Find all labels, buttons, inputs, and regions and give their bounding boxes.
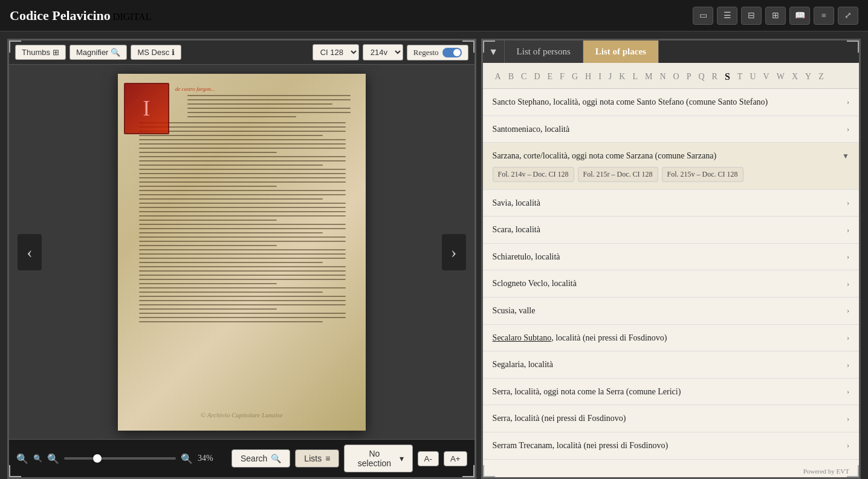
alphabet-index: ABCDEFGHIJKLMNOPQRSTUVWXYZ [483,63,859,89]
list-item-text-scara: Scara, località [493,224,540,236]
chevron-icon-sancto-stephano: › [847,97,849,107]
powered-by: Powered by EVT [803,468,849,475]
regesto-toggle[interactable]: Regesto [407,45,468,60]
grid-icon[interactable]: ⊞ [765,7,786,25]
chevron-icon-segalaria: › [847,360,849,370]
list-item-text-secalaro: Secalaro Subtano, località (nei pressi d… [493,332,667,344]
zoom-max-icon[interactable]: 🔍 [181,453,193,464]
list-item-serram-trecanam[interactable]: Serram Trecanam, località (nei pressi di… [483,432,859,460]
sub-ref-2-0[interactable]: Fol. 214v – Doc. CI 128 [493,167,574,182]
alpha-letter-B[interactable]: B [506,71,516,83]
next-page-button[interactable]: › [442,234,466,270]
magnifier-button[interactable]: Magnifier 🔍 [70,45,127,60]
chevron-icon-savia: › [847,198,849,208]
regesto-label: Regesto [413,48,439,57]
columns-icon[interactable]: ⊟ [741,7,762,25]
alpha-letter-K[interactable]: K [617,71,627,83]
thumbs-button[interactable]: Thumbs ⊞ [15,45,66,60]
list-item-serra-fosdinovo[interactable]: Serra, località (nei pressi di Fosdinovo… [483,405,859,432]
tab-places[interactable]: List of places [583,41,659,63]
list-item-sarzana[interactable]: Sarzana, corte/località, oggi nota come … [483,143,859,189]
list-item-scara[interactable]: Scara, località› [483,217,859,244]
list-item-sancto-stephano[interactable]: Sancto Stephano, località, oggi nota com… [483,89,859,116]
alpha-letter-E[interactable]: E [545,71,555,83]
watermark: © Archivio Capitolare Lunaise [201,411,283,419]
info-icon: ℹ [172,48,175,57]
alpha-letter-H[interactable]: H [583,71,594,83]
font-increase-button[interactable]: A+ [444,451,467,466]
lists-button[interactable]: Lists ≡ [295,449,339,468]
alpha-letter-N[interactable]: N [657,71,668,83]
right-panel: ▼ List of persons List of places ABCDEFG… [481,39,861,479]
alpha-letter-C[interactable]: C [519,71,529,83]
list-view-icon[interactable]: ☰ [717,7,737,25]
alpha-letter-G[interactable]: G [569,71,580,83]
header: Codice Pelavicino DIGITAL ▭ ☰ ⊟ ⊞ 📖 ≡ ⤢ [0,0,868,31]
thumbs-grid-icon: ⊞ [53,48,59,57]
alpha-letter-J[interactable]: J [606,71,614,83]
chevron-icon-serram-trecanam: › [847,440,849,451]
zoom-slider[interactable] [64,457,176,460]
list-item-scusia[interactable]: Scusia, valle› [483,298,859,325]
thumbs-label: Thumbs [22,48,50,57]
alpha-letter-U[interactable]: U [747,71,758,83]
zoom-in-icon[interactable]: 🔍 [47,453,59,464]
magnifier-label: Magnifier [76,48,108,57]
digital-badge: DIGITAL [113,11,152,22]
chevron-icon-serra-lerici: › [847,386,849,397]
list-item-secalaro[interactable]: Secalaro Subtano, località (nei pressi d… [483,325,859,352]
alpha-letter-Z[interactable]: Z [816,71,826,83]
list-item-segalaria[interactable]: Segalaria, località› [483,351,859,379]
search-button[interactable]: Search 🔍 [232,449,290,468]
ms-desc-button[interactable]: MS Desc ℹ [131,45,181,60]
zoom-slider-thumb [93,454,102,463]
zoom-out-small-icon[interactable]: 🔍 [16,453,28,464]
zoom-out-icon[interactable]: 🔍 [33,454,42,463]
chevron-icon-serra-fosdinovo: › [847,414,849,424]
alpha-letter-M[interactable]: M [643,71,655,83]
sub-ref-2-2[interactable]: Fol. 215v – Doc. CI 128 [662,167,743,182]
lists-label: Lists [304,454,322,463]
font-decrease-button[interactable]: A- [418,451,439,466]
list-item-text-santomeniaco: Santomeniaco, località [493,123,570,135]
list-item-savia[interactable]: Savia, località› [483,190,859,217]
single-page-icon[interactable]: ▭ [693,7,713,25]
sub-ref-2-1[interactable]: Fol. 215r – Doc. CI 128 [578,167,658,182]
selection-button[interactable]: No selection ▾ [344,445,412,472]
alpha-letter-L[interactable]: L [630,71,640,83]
fullscreen-icon[interactable]: ⤢ [838,7,858,25]
list-content: Sancto Stephano, località, oggi nota com… [483,89,859,477]
list-item-sclogneto[interactable]: Sclogneto Veclo, località› [483,270,859,298]
alpha-letter-R[interactable]: R [710,71,720,83]
alpha-letter-V[interactable]: V [761,71,772,83]
alpha-letter-F[interactable]: F [557,71,567,83]
alpha-letter-Y[interactable]: Y [803,71,814,83]
alpha-letter-X[interactable]: X [789,71,800,83]
tab-persons[interactable]: List of persons [505,41,583,63]
manuscript-area: ‹ I de castro fargon... [9,65,474,439]
list-item-text-sancto-stephano: Sancto Stephano, località, oggi nota com… [493,96,768,108]
alpha-letter-T[interactable]: T [735,71,745,83]
selection-dropdown-icon: ▾ [400,454,404,463]
folio-select[interactable]: 214v 214r 215r 215v [363,44,403,60]
list-item-serra-lerici[interactable]: Serra, località, oggi nota come la Serra… [483,379,859,406]
list-item-santomeniaco[interactable]: Santomeniaco, località› [483,116,859,143]
alpha-letter-O[interactable]: O [671,71,682,83]
regesto-switch[interactable] [442,48,462,57]
list-item-schiaretulo[interactable]: Schiaretulo, località› [483,244,859,271]
viewer-bottom: 🔍 🔍 🔍 🔍 34% Search 🔍 Lists ≡ No selectio… [9,439,474,477]
ms-select[interactable]: CI 128 CI 127 CI 129 [313,44,359,60]
book-icon[interactable]: 📖 [789,7,810,25]
magnifier-icon: 🔍 [111,48,120,57]
alpha-letter-S[interactable]: S [722,70,733,83]
alpha-letter-P[interactable]: P [684,71,694,83]
alpha-letter-D[interactable]: D [531,71,542,83]
prev-page-button[interactable]: ‹ [18,234,42,270]
manuscript-image: I de castro fargon... [118,74,366,431]
alpha-letter-Q[interactable]: Q [696,71,707,83]
alpha-letter-A[interactable]: A [493,71,504,83]
alpha-letter-I[interactable]: I [596,71,604,83]
menu-icon[interactable]: ≡ [814,7,834,25]
search-icon: 🔍 [271,454,281,463]
alpha-letter-W[interactable]: W [774,71,787,83]
